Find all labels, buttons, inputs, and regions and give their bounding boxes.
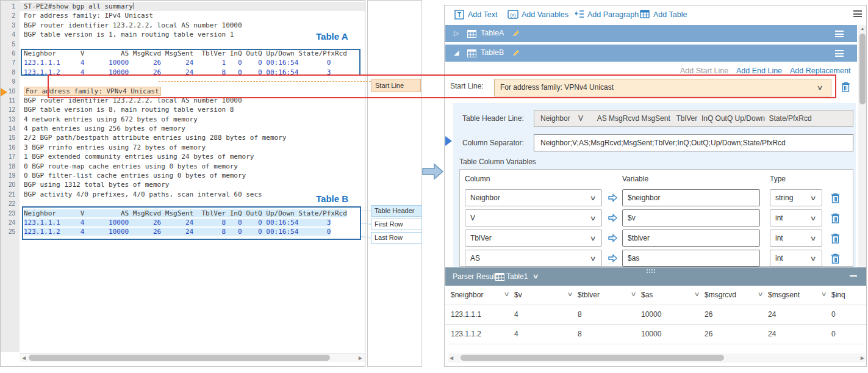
column-select[interactable]: V∨ (465, 209, 602, 226)
delete-start-line-icon[interactable] (841, 82, 850, 92)
cli-text-area[interactable]: ST-PE2#show bgp all summary For address … (20, 1, 365, 352)
last-row-highlight[interactable]: 123.1.1.2 4 10000 26 24 8 0 0 00:16:54 0 (24, 228, 331, 236)
code-line[interactable]: 0 BGP filter-list cache entries using 0 … (20, 171, 365, 180)
code-line[interactable] (20, 40, 365, 49)
variable-input[interactable]: $v (622, 209, 760, 226)
code-line[interactable]: BGP router identifier 123.2.2.2, local A… (20, 21, 365, 30)
code-line[interactable]: 1 BGP extended community entries using 2… (20, 152, 365, 161)
add-variables-button[interactable]: Add Variables (522, 9, 569, 20)
panel-menu-icon[interactable] (853, 10, 862, 17)
map-arrow-icon (608, 214, 617, 222)
result-cell: 4 (514, 330, 518, 338)
add-start-line-button[interactable]: Add Start Line (680, 67, 728, 75)
add-table-button[interactable]: Add Table (653, 9, 687, 20)
code-line[interactable]: For address family: IPv4 Unicast (20, 11, 365, 20)
code-line[interactable]: 123.1.1.2 4 10000 26 24 8 0 0 00:16:54 0 (20, 227, 365, 236)
add-paragraph-button[interactable]: Add Paragraph (587, 9, 639, 20)
scroll-right-icon[interactable]: ▶ (861, 355, 864, 361)
type-select[interactable]: int∨ (770, 230, 822, 247)
delete-variable-icon[interactable] (831, 193, 840, 203)
delete-variable-icon[interactable] (831, 233, 840, 244)
code-line[interactable]: Neighbor V AS MsgRcvd MsgSent TblVer InQ… (20, 49, 365, 58)
code-line[interactable]: 2/2 BGP path/bestpath attribute entries … (20, 133, 365, 142)
first-row-tag[interactable]: First Row (371, 219, 422, 230)
expand-icon[interactable]: ▷ (454, 29, 459, 37)
result-column-header[interactable]: $msgsent∨ (768, 291, 800, 299)
start-line-highlight[interactable]: For address family: VPNv4 Unicast (24, 87, 161, 96)
chevron-down-icon: ∨ (816, 79, 823, 96)
type-select[interactable]: string∨ (770, 189, 822, 206)
result-cell: 8 (578, 330, 582, 338)
table-b-label: Table B (316, 194, 348, 204)
scrollbar-thumb[interactable] (29, 355, 330, 361)
scrollbar-thumb[interactable] (859, 34, 866, 104)
scrollbar-thumb[interactable] (461, 355, 724, 361)
code-line[interactable]: 123.1.1.1 4 10000 26 24 1 0 0 00:16:54 0 (20, 58, 365, 67)
code-line[interactable]: 4 network entries using 672 bytes of mem… (20, 115, 365, 124)
table-header-line-field[interactable]: Neighbor V AS MsgRcvd MsgSent TblVer InQ… (534, 110, 853, 127)
scroll-left-icon[interactable]: ◀ (450, 355, 453, 361)
add-replacement-button[interactable]: Add Replacement (790, 67, 850, 75)
line-number: 12 (1, 105, 20, 114)
type-select[interactable]: int∨ (770, 209, 822, 226)
variable-input[interactable]: $neighbor (622, 189, 760, 206)
code-line[interactable]: BGP router identifier 123.2.2.2, local A… (20, 96, 365, 105)
code-line[interactable]: 3 BGP rrinfo entries using 72 bytes of m… (20, 143, 365, 152)
edit-icon[interactable] (512, 29, 520, 37)
map-arrow-icon (608, 194, 617, 202)
add-text-button[interactable]: Add Text (468, 9, 497, 20)
code-line[interactable]: BGP using 1312 total bytes of memory (20, 180, 365, 189)
last-row-tag[interactable]: Last Row (371, 232, 422, 244)
start-line-tag[interactable]: Start Line (371, 79, 421, 92)
table-header-tag[interactable]: Table Header (371, 205, 422, 217)
parser-result-bar[interactable]: Parser Result: Table1 ∨ (445, 267, 867, 286)
column-select[interactable]: Neighbor∨ (465, 189, 602, 206)
section-tablea[interactable]: ▷ TableA (445, 25, 857, 42)
code-line[interactable]: Neighbor V AS MsgRcvd MsgSent TblVer InQ… (20, 209, 365, 218)
result-column-header[interactable]: $v∨ (514, 291, 522, 299)
result-column-header[interactable]: $inq (831, 291, 845, 299)
edit-icon[interactable] (512, 49, 520, 57)
section-tableb[interactable]: ◢ TableB (445, 45, 857, 62)
code-line[interactable]: BGP table version is 1, main routing tab… (20, 30, 365, 39)
scroll-up-icon[interactable]: ▲ (858, 26, 867, 31)
code-line[interactable]: 0 BGP route-map cache entries using 0 by… (20, 162, 365, 171)
cli-horizontal-scrollbar[interactable]: ◀ ▶ (20, 353, 365, 362)
code-line[interactable] (20, 199, 365, 208)
code-line[interactable]: For address family: VPNv4 Unicast (20, 87, 365, 96)
scroll-left-icon[interactable]: ◀ (22, 355, 26, 361)
table-header-highlight[interactable]: Neighbor V AS MsgRcvd MsgSent TblVer InQ… (24, 209, 347, 217)
result-horizontal-scrollbar[interactable]: ◀ ▶ (448, 353, 866, 363)
code-line[interactable]: 123.1.1.2 4 10000 26 24 8 0 0 00:16:54 3 (20, 68, 365, 77)
result-cell: 10000 (641, 330, 661, 338)
code-line[interactable]: 4 path entries using 256 bytes of memory (20, 124, 365, 133)
result-column-header[interactable]: $neighbor∨ (451, 291, 483, 299)
code-line[interactable]: 123.1.1.1 4 10000 26 24 8 0 0 00:16:54 3 (20, 218, 365, 227)
result-table-selector[interactable]: Table1 (506, 272, 528, 281)
column-select[interactable]: TblVer∨ (465, 230, 602, 247)
column-separator-input[interactable]: Neighbor;V;AS;MsgRcvd;MsgSent;TblVer;InQ… (534, 134, 853, 151)
section-menu-icon[interactable] (835, 50, 844, 57)
code-line[interactable] (20, 77, 365, 86)
variable-input[interactable]: $as (622, 250, 760, 267)
code-line[interactable]: ST-PE2#show bgp all summary (20, 2, 365, 11)
delete-variable-icon[interactable] (831, 253, 840, 264)
column-select[interactable]: AS∨ (465, 250, 602, 267)
variable-input[interactable]: $tblver (622, 230, 760, 247)
scroll-right-icon[interactable]: ▶ (359, 355, 362, 361)
minimize-icon[interactable] (850, 275, 857, 277)
delete-variable-icon[interactable] (831, 213, 840, 223)
start-line-dropdown[interactable]: For address family: VPNv4 Unicast ∨ (494, 79, 831, 96)
code-line[interactable]: BGP table version is 8, main routing tab… (20, 105, 365, 114)
add-end-line-button[interactable]: Add End Line (736, 67, 782, 75)
panel-vertical-scrollbar[interactable]: ▲ ▼ (858, 25, 867, 274)
type-select[interactable]: int∨ (770, 250, 822, 267)
result-column-header[interactable]: $msgrcvd∨ (705, 291, 736, 299)
resize-handle-icon[interactable] (647, 269, 648, 270)
code-line[interactable]: BGP activity 4/0 prefixes, 4/0 paths, sc… (20, 190, 365, 199)
result-column-header[interactable]: $tblver∨ (578, 291, 600, 299)
first-row-highlight[interactable]: 123.1.1.1 4 10000 26 24 8 0 0 00:16:54 3 (24, 219, 331, 226)
result-column-header[interactable]: $as∨ (641, 291, 653, 299)
collapse-icon[interactable]: ◢ (454, 49, 459, 57)
section-menu-icon[interactable] (835, 31, 844, 37)
